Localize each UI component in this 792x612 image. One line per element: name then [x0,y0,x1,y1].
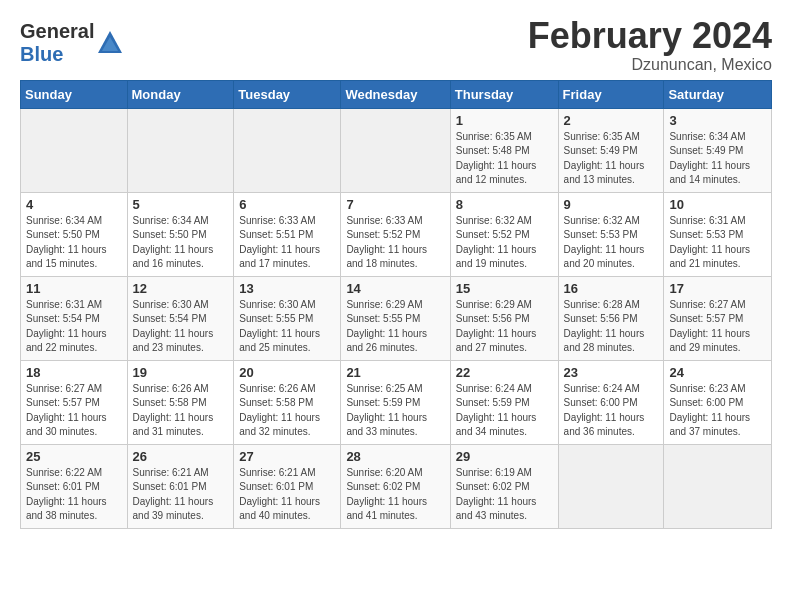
day-number: 12 [133,281,229,296]
calendar-week-row: 18Sunrise: 6:27 AM Sunset: 5:57 PM Dayli… [21,360,772,444]
day-header-friday: Friday [558,80,664,108]
day-number: 22 [456,365,553,380]
day-info: Sunrise: 6:26 AM Sunset: 5:58 PM Dayligh… [239,382,335,440]
day-info: Sunrise: 6:21 AM Sunset: 6:01 PM Dayligh… [133,466,229,524]
day-info: Sunrise: 6:33 AM Sunset: 5:51 PM Dayligh… [239,214,335,272]
calendar-cell: 9Sunrise: 6:32 AM Sunset: 5:53 PM Daylig… [558,192,664,276]
day-number: 20 [239,365,335,380]
logo-blue: Blue [20,43,63,65]
calendar-cell: 6Sunrise: 6:33 AM Sunset: 5:51 PM Daylig… [234,192,341,276]
day-info: Sunrise: 6:35 AM Sunset: 5:48 PM Dayligh… [456,130,553,188]
day-number: 25 [26,449,122,464]
day-number: 1 [456,113,553,128]
day-number: 19 [133,365,229,380]
day-info: Sunrise: 6:34 AM Sunset: 5:50 PM Dayligh… [26,214,122,272]
calendar-cell: 7Sunrise: 6:33 AM Sunset: 5:52 PM Daylig… [341,192,450,276]
day-info: Sunrise: 6:33 AM Sunset: 5:52 PM Dayligh… [346,214,444,272]
logo-general: General [20,20,94,42]
calendar-cell [664,444,772,528]
day-header-monday: Monday [127,80,234,108]
calendar-header-row: SundayMondayTuesdayWednesdayThursdayFrid… [21,80,772,108]
day-number: 26 [133,449,229,464]
day-number: 27 [239,449,335,464]
day-number: 5 [133,197,229,212]
calendar-cell: 24Sunrise: 6:23 AM Sunset: 6:00 PM Dayli… [664,360,772,444]
calendar-cell: 28Sunrise: 6:20 AM Sunset: 6:02 PM Dayli… [341,444,450,528]
day-info: Sunrise: 6:22 AM Sunset: 6:01 PM Dayligh… [26,466,122,524]
day-header-saturday: Saturday [664,80,772,108]
day-info: Sunrise: 6:21 AM Sunset: 6:01 PM Dayligh… [239,466,335,524]
day-number: 8 [456,197,553,212]
calendar-cell: 3Sunrise: 6:34 AM Sunset: 5:49 PM Daylig… [664,108,772,192]
calendar-cell [558,444,664,528]
calendar-cell: 4Sunrise: 6:34 AM Sunset: 5:50 PM Daylig… [21,192,128,276]
calendar-cell: 20Sunrise: 6:26 AM Sunset: 5:58 PM Dayli… [234,360,341,444]
day-info: Sunrise: 6:29 AM Sunset: 5:55 PM Dayligh… [346,298,444,356]
day-number: 17 [669,281,766,296]
day-number: 24 [669,365,766,380]
day-number: 11 [26,281,122,296]
day-info: Sunrise: 6:19 AM Sunset: 6:02 PM Dayligh… [456,466,553,524]
day-number: 28 [346,449,444,464]
calendar-cell: 14Sunrise: 6:29 AM Sunset: 5:55 PM Dayli… [341,276,450,360]
day-info: Sunrise: 6:24 AM Sunset: 5:59 PM Dayligh… [456,382,553,440]
day-info: Sunrise: 6:26 AM Sunset: 5:58 PM Dayligh… [133,382,229,440]
day-info: Sunrise: 6:27 AM Sunset: 5:57 PM Dayligh… [669,298,766,356]
calendar-cell: 16Sunrise: 6:28 AM Sunset: 5:56 PM Dayli… [558,276,664,360]
day-info: Sunrise: 6:30 AM Sunset: 5:55 PM Dayligh… [239,298,335,356]
calendar-table: SundayMondayTuesdayWednesdayThursdayFrid… [20,80,772,529]
logo: General Blue [20,20,124,66]
day-number: 14 [346,281,444,296]
calendar-cell: 22Sunrise: 6:24 AM Sunset: 5:59 PM Dayli… [450,360,558,444]
logo-wordmark: General Blue [20,20,94,66]
calendar-cell: 19Sunrise: 6:26 AM Sunset: 5:58 PM Dayli… [127,360,234,444]
day-number: 4 [26,197,122,212]
day-number: 6 [239,197,335,212]
calendar-cell [21,108,128,192]
calendar-cell: 27Sunrise: 6:21 AM Sunset: 6:01 PM Dayli… [234,444,341,528]
calendar-week-row: 11Sunrise: 6:31 AM Sunset: 5:54 PM Dayli… [21,276,772,360]
location-title: Dzununcan, Mexico [528,56,772,74]
day-info: Sunrise: 6:32 AM Sunset: 5:52 PM Dayligh… [456,214,553,272]
day-info: Sunrise: 6:31 AM Sunset: 5:54 PM Dayligh… [26,298,122,356]
calendar-cell: 2Sunrise: 6:35 AM Sunset: 5:49 PM Daylig… [558,108,664,192]
day-number: 13 [239,281,335,296]
calendar-cell: 12Sunrise: 6:30 AM Sunset: 5:54 PM Dayli… [127,276,234,360]
calendar-cell: 13Sunrise: 6:30 AM Sunset: 5:55 PM Dayli… [234,276,341,360]
calendar-cell: 5Sunrise: 6:34 AM Sunset: 5:50 PM Daylig… [127,192,234,276]
day-number: 21 [346,365,444,380]
calendar-cell [341,108,450,192]
day-number: 3 [669,113,766,128]
day-info: Sunrise: 6:25 AM Sunset: 5:59 PM Dayligh… [346,382,444,440]
day-number: 9 [564,197,659,212]
day-info: Sunrise: 6:29 AM Sunset: 5:56 PM Dayligh… [456,298,553,356]
day-info: Sunrise: 6:31 AM Sunset: 5:53 PM Dayligh… [669,214,766,272]
day-number: 18 [26,365,122,380]
calendar-cell: 26Sunrise: 6:21 AM Sunset: 6:01 PM Dayli… [127,444,234,528]
day-number: 7 [346,197,444,212]
calendar-cell: 1Sunrise: 6:35 AM Sunset: 5:48 PM Daylig… [450,108,558,192]
day-number: 10 [669,197,766,212]
day-info: Sunrise: 6:23 AM Sunset: 6:00 PM Dayligh… [669,382,766,440]
day-number: 29 [456,449,553,464]
calendar-cell: 10Sunrise: 6:31 AM Sunset: 5:53 PM Dayli… [664,192,772,276]
day-number: 2 [564,113,659,128]
day-info: Sunrise: 6:34 AM Sunset: 5:50 PM Dayligh… [133,214,229,272]
calendar-week-row: 4Sunrise: 6:34 AM Sunset: 5:50 PM Daylig… [21,192,772,276]
calendar-week-row: 25Sunrise: 6:22 AM Sunset: 6:01 PM Dayli… [21,444,772,528]
day-header-sunday: Sunday [21,80,128,108]
calendar-week-row: 1Sunrise: 6:35 AM Sunset: 5:48 PM Daylig… [21,108,772,192]
day-header-thursday: Thursday [450,80,558,108]
day-info: Sunrise: 6:28 AM Sunset: 5:56 PM Dayligh… [564,298,659,356]
day-info: Sunrise: 6:34 AM Sunset: 5:49 PM Dayligh… [669,130,766,188]
logo-icon [96,29,124,57]
day-info: Sunrise: 6:24 AM Sunset: 6:00 PM Dayligh… [564,382,659,440]
calendar-cell: 29Sunrise: 6:19 AM Sunset: 6:02 PM Dayli… [450,444,558,528]
day-number: 15 [456,281,553,296]
day-info: Sunrise: 6:20 AM Sunset: 6:02 PM Dayligh… [346,466,444,524]
calendar-cell: 8Sunrise: 6:32 AM Sunset: 5:52 PM Daylig… [450,192,558,276]
day-header-wednesday: Wednesday [341,80,450,108]
calendar-cell: 11Sunrise: 6:31 AM Sunset: 5:54 PM Dayli… [21,276,128,360]
day-number: 16 [564,281,659,296]
calendar-cell [127,108,234,192]
